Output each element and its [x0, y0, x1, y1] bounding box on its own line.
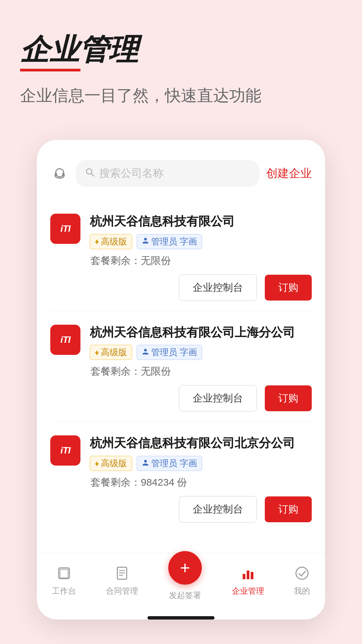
diamond-icon: ♦: [95, 348, 99, 357]
company-list: iTI 杭州天谷信息科技有限公司 ♦ 高级版: [37, 194, 325, 539]
nav-item-contract[interactable]: 合同管理: [106, 566, 138, 596]
company-info-2: 杭州天谷信息科技有限公司上海分公司 ♦ 高级版 管理员 字画: [90, 325, 312, 379]
search-placeholder: 搜索公司名称: [99, 166, 164, 181]
company-logo-1: iTI: [50, 214, 80, 244]
nav-item-workbench[interactable]: 工作台: [52, 566, 76, 596]
card-actions-1: 企业控制台 订购: [50, 274, 312, 301]
tier-label: 高级版: [101, 346, 127, 358]
dashboard-button-2[interactable]: 企业控制台: [179, 385, 257, 412]
page-title: 企业管理: [20, 34, 138, 71]
workbench-icon: [57, 566, 71, 583]
header-section: 企业管理 企业信息一目了然，快速直达功能: [20, 34, 342, 106]
logo-text-1: iTI: [60, 224, 70, 233]
card-actions-2: 企业控制台 订购: [50, 385, 312, 412]
bottom-nav: 工作台 合同管理 + 发起签署: [37, 553, 325, 611]
search-input-wrap[interactable]: 搜索公司名称: [76, 160, 259, 187]
dashboard-button-3[interactable]: 企业控制台: [179, 496, 257, 523]
person-icon: [142, 459, 149, 468]
card-top-2: iTI 杭州天谷信息科技有限公司上海分公司 ♦ 高级版: [50, 325, 312, 379]
phone-mockup: 搜索公司名称 创建企业 iTI 杭州天谷信息科技有限公司 ♦ 高级版: [37, 140, 325, 620]
person-icon: [142, 237, 149, 246]
role-badge-3: 管理员 字画: [137, 456, 202, 471]
svg-point-7: [144, 460, 147, 463]
plus-icon: +: [180, 559, 190, 577]
tier-label: 高级版: [101, 458, 127, 469]
svg-line-4: [91, 173, 94, 176]
svg-point-5: [144, 238, 147, 240]
card-top-3: iTI 杭州天谷信息科技有限公司北京分公司 ♦ 高级版: [50, 435, 312, 489]
enterprise-label: 企业管理: [232, 586, 264, 596]
tags-row-1: ♦ 高级版 管理员 字画: [90, 234, 312, 249]
company-name-3: 杭州天谷信息科技有限公司北京分公司: [90, 435, 312, 451]
tags-row-2: ♦ 高级版 管理员 字画: [90, 345, 312, 360]
contract-label: 合同管理: [106, 586, 138, 596]
tier-badge-3: ♦ 高级版: [90, 456, 132, 471]
workbench-label: 工作台: [52, 586, 76, 596]
nav-item-mine[interactable]: 我的: [294, 566, 310, 596]
search-row: 搜索公司名称 创建企业: [37, 153, 325, 194]
role-label: 管理员 字画: [151, 346, 197, 358]
phone-content: 搜索公司名称 创建企业 iTI 杭州天谷信息科技有限公司 ♦ 高级版: [37, 140, 325, 620]
contract-icon: [115, 566, 129, 583]
package-info-3: 套餐剩余：984234 份: [90, 476, 312, 489]
diamond-icon: ♦: [95, 459, 99, 468]
svg-point-17: [296, 567, 308, 579]
nav-item-sign[interactable]: + 发起签署: [168, 561, 202, 601]
nav-item-enterprise[interactable]: 企业管理: [232, 566, 264, 596]
order-button-1[interactable]: 订购: [265, 275, 312, 301]
company-card-2: iTI 杭州天谷信息科技有限公司上海分公司 ♦ 高级版: [50, 311, 312, 422]
role-label: 管理员 字画: [151, 458, 197, 469]
company-info-1: 杭州天谷信息科技有限公司 ♦ 高级版 管理员 字画: [90, 214, 312, 268]
company-info-3: 杭州天谷信息科技有限公司北京分公司 ♦ 高级版 管理员 字画: [90, 435, 312, 489]
logo-text-3: iTI: [60, 446, 70, 455]
sign-center-button[interactable]: +: [168, 551, 202, 585]
order-button-3[interactable]: 订购: [265, 496, 312, 522]
svg-rect-14: [243, 574, 245, 579]
headset-icon[interactable]: [50, 164, 69, 183]
tier-label: 高级版: [101, 236, 127, 248]
search-icon: [85, 167, 95, 179]
card-actions-3: 企业控制台 订购: [50, 496, 312, 523]
package-info-1: 套餐剩余：无限份: [90, 254, 312, 268]
role-badge-2: 管理员 字画: [137, 345, 202, 360]
page-subtitle: 企业信息一目了然，快速直达功能: [20, 85, 342, 106]
tags-row-3: ♦ 高级版 管理员 字画: [90, 456, 312, 471]
diamond-icon: ♦: [95, 237, 99, 246]
card-top-1: iTI 杭州天谷信息科技有限公司 ♦ 高级版: [50, 214, 312, 268]
logo-text-2: iTI: [60, 335, 70, 344]
company-name-2: 杭州天谷信息科技有限公司上海分公司: [90, 325, 312, 340]
tier-badge-1: ♦ 高级版: [90, 234, 132, 249]
mine-icon: [295, 566, 309, 583]
company-logo-3: iTI: [50, 435, 80, 466]
person-icon: [142, 348, 149, 357]
svg-point-6: [144, 349, 147, 352]
role-label: 管理员 字画: [151, 236, 197, 248]
order-button-2[interactable]: 订购: [265, 385, 312, 411]
role-badge-1: 管理员 字画: [137, 234, 202, 249]
tier-badge-2: ♦ 高级版: [90, 345, 132, 360]
home-indicator: [147, 616, 215, 620]
svg-rect-9: [60, 569, 68, 578]
create-enterprise-button[interactable]: 创建企业: [266, 166, 312, 181]
company-card-1: iTI 杭州天谷信息科技有限公司 ♦ 高级版: [50, 200, 312, 311]
company-logo-2: iTI: [50, 325, 80, 355]
svg-rect-15: [247, 571, 249, 579]
package-info-2: 套餐剩余：无限份: [90, 365, 312, 378]
dashboard-button-1[interactable]: 企业控制台: [179, 274, 257, 301]
company-name-1: 杭州天谷信息科技有限公司: [90, 214, 312, 229]
sign-label: 发起签署: [169, 590, 201, 601]
mine-label: 我的: [294, 586, 310, 596]
svg-rect-16: [251, 572, 253, 579]
company-card-3: iTI 杭州天谷信息科技有限公司北京分公司 ♦ 高级版: [50, 422, 312, 533]
enterprise-icon: [241, 566, 255, 583]
